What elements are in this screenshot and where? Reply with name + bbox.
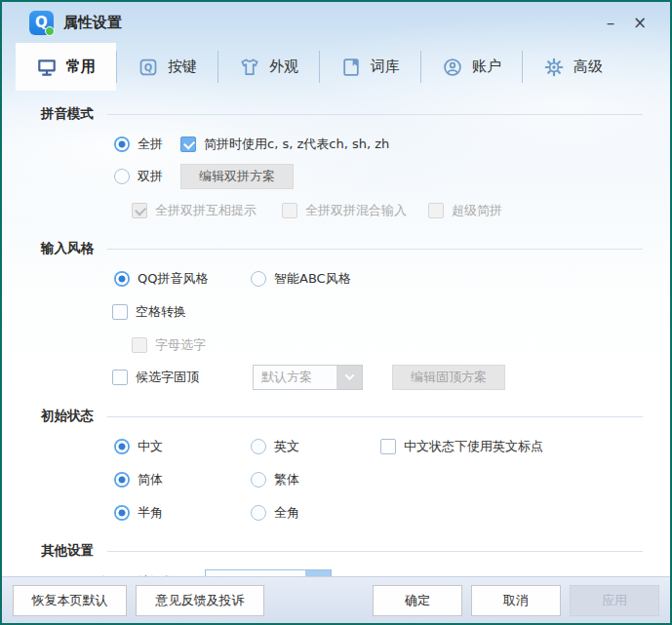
radio-label: 中文 [138, 438, 163, 455]
feedback-button[interactable]: 意见反馈及投诉 [136, 585, 264, 616]
radio-label: 双拼 [138, 168, 163, 185]
footer-bar: 恢复本页默认 意见反馈及投诉 确定 取消 应用 [2, 576, 670, 623]
tab-bar: 常用 Q 按键 外观 词库 账户 [2, 43, 670, 91]
radio-unselected-icon [251, 271, 266, 287]
simplified-radio[interactable]: 简体 [114, 471, 251, 488]
radio-selected-icon [114, 472, 130, 488]
section-title: 输入风格 [41, 240, 94, 257]
checkbox-label: 字母选字 [155, 336, 206, 354]
tab-dictionary[interactable]: 词库 [320, 43, 420, 91]
checkbox-label: 简拼时使用c, s, z代表ch, sh, zh [204, 136, 389, 153]
edit-pin-button: 编辑固顶方案 [392, 365, 505, 390]
checkbox-label: 候选字固顶 [136, 369, 199, 386]
tab-advanced[interactable]: 高级 [523, 43, 623, 91]
radio-unselected-icon [251, 472, 266, 488]
checkbox-label: 全拼双拼互相提示 [155, 202, 257, 219]
space-convert-checkbox[interactable]: 空格转换 [112, 303, 186, 321]
section-title: 其他设置 [41, 542, 94, 560]
radio-label: 繁体 [274, 471, 299, 488]
close-button[interactable]: × [625, 9, 654, 36]
radio-label: QQ拼音风格 [138, 270, 208, 288]
radio-unselected-icon [114, 169, 130, 184]
checkbox-label: 中文状态下使用英文标点 [404, 438, 543, 455]
jianpin-checkbox[interactable]: 简拼时使用c, s, z代表ch, sh, zh [180, 136, 389, 153]
input-style-row-3: 字母选字 [132, 332, 643, 357]
chinese-radio[interactable]: 中文 [114, 438, 251, 455]
radio-selected-icon [114, 271, 130, 287]
radio-selected-icon [114, 505, 130, 521]
radio-label: 半角 [138, 504, 163, 522]
checkbox-unchecked-icon [112, 304, 128, 320]
tab-general[interactable]: 常用 [16, 43, 116, 91]
section-pinyin-mode: 拼音模式 [41, 105, 643, 123]
properties-dialog: Q 属性设置 – × 常用 Q 按键 外观 [0, 0, 672, 625]
candidates-per-page-dropdown[interactable]: 9 [205, 569, 332, 577]
section-divider [107, 249, 643, 250]
tab-label: 按键 [168, 58, 197, 76]
section-input-style: 输入风格 [41, 240, 643, 257]
section-divider [107, 114, 643, 115]
checkbox-checked-icon [180, 137, 196, 152]
dropdown-value: 默认方案 [254, 369, 336, 386]
tab-label: 高级 [573, 58, 603, 76]
qq-style-radio[interactable]: QQ拼音风格 [114, 270, 251, 288]
radio-selected-icon [114, 439, 130, 454]
pinyin-mode-row-2: 双拼 编辑双拼方案 [114, 163, 643, 189]
quanpin-radio[interactable]: 全拼 [114, 136, 180, 153]
checkbox-label: 空格转换 [136, 303, 186, 321]
tab-account[interactable]: 账户 [421, 43, 522, 91]
pinyin-mode-row-3: 全拼双拼互相提示 全拼双拼混合输入 超级简拼 [132, 198, 643, 222]
pinyin-mode-row-1: 全拼 简拼时使用c, s, z代表ch, sh, zh [114, 132, 643, 156]
chevron-down-icon [305, 570, 331, 577]
cancel-button[interactable]: 取消 [471, 585, 561, 616]
app-logo-icon: Q [29, 11, 54, 35]
checkbox-unchecked-icon [380, 439, 396, 454]
initial-state-row-3: 半角 全角 [114, 500, 643, 525]
account-icon [442, 57, 463, 78]
tab-keys[interactable]: Q 按键 [117, 43, 217, 91]
restore-defaults-button[interactable]: 恢复本页默认 [13, 585, 127, 616]
section-divider [107, 416, 643, 417]
section-initial-state: 初始状态 [41, 408, 643, 425]
other-row-1: 每页候选词数 9 [114, 568, 643, 576]
checkbox-label: 全拼双拼混合输入 [305, 202, 407, 219]
section-divider [107, 551, 643, 552]
initial-state-row-1: 中文 英文 中文状态下使用英文标点 [114, 434, 643, 458]
checkbox-label: 超级简拼 [452, 202, 502, 219]
input-style-row-1: QQ拼音风格 智能ABC风格 [114, 266, 643, 291]
dropdown-value: 9 [206, 574, 305, 576]
checkbox-unchecked-icon [112, 370, 128, 385]
section-other: 其他设置 [41, 542, 643, 560]
chevron-down-icon [336, 366, 362, 389]
full-width-radio[interactable]: 全角 [251, 504, 299, 522]
radio-label: 英文 [274, 438, 299, 455]
half-width-radio[interactable]: 半角 [114, 504, 251, 522]
book-icon [340, 57, 362, 78]
candidate-pin-checkbox[interactable]: 候选字固顶 [112, 369, 253, 386]
radio-label: 智能ABC风格 [274, 270, 351, 288]
gear-icon [543, 57, 565, 78]
abc-style-radio[interactable]: 智能ABC风格 [251, 270, 351, 288]
tshirt-icon [239, 57, 260, 78]
tab-appearance[interactable]: 外观 [218, 43, 319, 91]
monitor-icon [36, 57, 58, 78]
minimize-button[interactable]: – [596, 9, 625, 36]
edit-shuangpin-button[interactable]: 编辑双拼方案 [180, 164, 294, 189]
english-punct-checkbox[interactable]: 中文状态下使用英文标点 [380, 438, 543, 455]
checkbox-disabled-icon [428, 203, 444, 218]
tab-label: 账户 [472, 58, 501, 76]
checkbox-disabled-icon [282, 203, 297, 218]
section-title: 初始状态 [41, 408, 94, 425]
traditional-radio[interactable]: 繁体 [251, 471, 299, 488]
checkbox-disabled-icon [132, 337, 147, 353]
shuangpin-radio[interactable]: 双拼 [114, 168, 180, 185]
shuangpin-hint-checkbox: 全拼双拼互相提示 [132, 202, 282, 219]
ok-button[interactable]: 确定 [373, 585, 462, 616]
tab-label: 外观 [269, 58, 298, 76]
apply-button: 应用 [570, 585, 659, 616]
radio-label: 简体 [138, 471, 163, 488]
initial-state-row-2: 简体 繁体 [114, 467, 643, 491]
settings-content: 拼音模式 全拼 简拼时使用c, s, z代表ch, sh, zh 双拼 编辑双拼… [2, 91, 670, 576]
super-jianpin-checkbox: 超级简拼 [428, 202, 502, 219]
english-radio[interactable]: 英文 [251, 438, 380, 455]
